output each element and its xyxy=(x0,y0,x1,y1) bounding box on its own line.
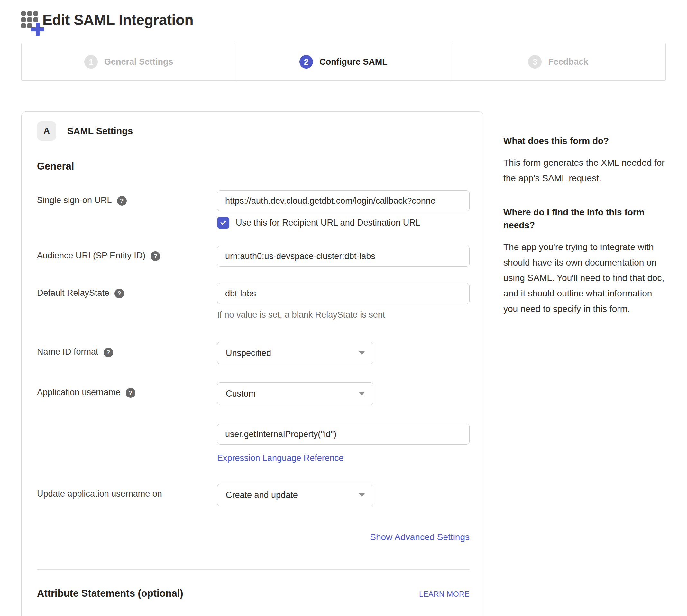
step-label: General Settings xyxy=(104,57,174,67)
field-row-sso: Single sign-on URL ? https://auth.dev.cl… xyxy=(37,190,470,229)
show-advanced-settings-link[interactable]: Show Advanced Settings xyxy=(370,532,470,542)
field-row-audience: Audience URI (SP Entity ID) ? urn:auth0:… xyxy=(37,246,470,267)
field-row-update-username: Update application username on Create an… xyxy=(37,484,470,506)
wizard-step-general-settings[interactable]: 1 General Settings xyxy=(22,43,236,81)
chevron-down-icon xyxy=(359,392,365,396)
app-username-select[interactable]: Custom xyxy=(217,382,373,405)
nameid-format-select[interactable]: Unspecified xyxy=(217,342,373,364)
learn-more-link[interactable]: LEARN MORE xyxy=(419,590,470,599)
audience-uri-input[interactable]: urn:auth0:us-devspace-cluster:dbt-labs xyxy=(217,246,470,267)
app-username-label: Application username xyxy=(37,388,121,397)
step-label: Configure SAML xyxy=(319,57,387,67)
grid-plus-icon xyxy=(21,10,41,30)
sidebar-question-2: Where do I find the info this form needs… xyxy=(503,206,666,232)
relaystate-label: Default RelayState xyxy=(37,288,109,298)
help-icon[interactable]: ? xyxy=(151,251,160,261)
help-icon[interactable]: ? xyxy=(117,196,127,206)
attribute-statements-title: Attribute Statements (optional) xyxy=(37,588,183,599)
step-number-badge: 3 xyxy=(528,55,542,69)
relaystate-input[interactable]: dbt-labs xyxy=(217,283,470,304)
update-username-label: Update application username on xyxy=(37,489,162,499)
sidebar-question-1: What does this form do? xyxy=(503,134,666,148)
expression-language-reference-link[interactable]: Expression Language Reference xyxy=(217,453,344,463)
help-icon[interactable]: ? xyxy=(126,388,135,398)
wizard-steps: 1 General Settings 2 Configure SAML 3 Fe… xyxy=(21,43,666,81)
chevron-down-icon xyxy=(359,351,365,355)
card-title: SAML Settings xyxy=(67,126,133,136)
page: Edit SAML Integration 1 General Settings… xyxy=(0,8,687,616)
page-title: Edit SAML Integration xyxy=(43,11,193,29)
sso-url-label: Single sign-on URL xyxy=(37,195,112,205)
help-icon[interactable]: ? xyxy=(114,289,124,298)
section-a-badge: A xyxy=(37,121,56,141)
wizard-step-configure-saml[interactable]: 2 Configure SAML xyxy=(236,43,451,81)
app-username-value: Custom xyxy=(226,389,256,399)
sidebar-answer-2: The app you're trying to integrate with … xyxy=(503,239,666,317)
relaystate-helper-text: If no value is set, a blank RelayState i… xyxy=(217,310,470,320)
help-icon[interactable]: ? xyxy=(104,348,113,357)
field-row-relaystate: Default RelayState ? dbt-labs If no valu… xyxy=(37,283,470,320)
section-divider xyxy=(37,569,470,570)
card-header: A SAML Settings xyxy=(37,121,470,141)
field-row-nameid: Name ID format ? Unspecified xyxy=(37,342,470,364)
update-username-value: Create and update xyxy=(226,490,298,500)
chevron-down-icon xyxy=(359,493,365,497)
page-header: Edit SAML Integration xyxy=(21,8,666,32)
nameid-format-value: Unspecified xyxy=(226,348,271,358)
audience-uri-label: Audience URI (SP Entity ID) xyxy=(37,251,145,261)
step-number-badge: 1 xyxy=(84,55,98,69)
app-username-custom-input[interactable]: user.getInternalProperty("id") xyxy=(217,423,470,445)
sso-url-input[interactable]: https://auth.dev.cloud.getdbt.com/login/… xyxy=(217,190,470,212)
update-username-select[interactable]: Create and update xyxy=(217,484,373,506)
help-sidebar: What does this form do? This form genera… xyxy=(503,111,666,337)
check-icon xyxy=(219,219,227,226)
recipient-destination-checkbox[interactable] xyxy=(217,217,229,229)
recipient-destination-checkbox-label: Use this for Recipient URL and Destinati… xyxy=(236,218,420,228)
saml-settings-card: A SAML Settings General Single sign-on U… xyxy=(21,111,483,616)
general-section-title: General xyxy=(37,160,470,172)
step-number-badge: 2 xyxy=(299,55,313,69)
nameid-format-label: Name ID format xyxy=(37,347,98,357)
sidebar-answer-1: This form generates the XML needed for t… xyxy=(503,155,666,186)
field-row-app-username: Application username ? Custom user.getIn… xyxy=(37,382,470,463)
wizard-step-feedback[interactable]: 3 Feedback xyxy=(451,43,665,81)
step-label: Feedback xyxy=(548,57,588,67)
